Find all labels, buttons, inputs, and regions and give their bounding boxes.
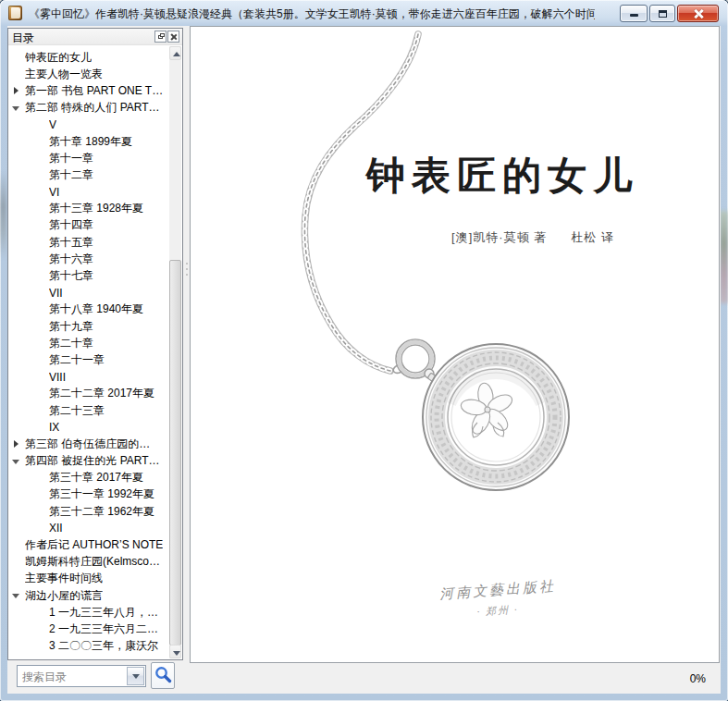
toc-item[interactable]: V [8,117,169,133]
scroll-down-button[interactable] [169,645,181,658]
toc-item-label: 2 一九三三年六月二… [49,621,158,637]
toc-item[interactable]: 主要人物一览表 [8,66,169,82]
toc-item[interactable]: 钟表匠的女儿 [8,49,169,66]
toc-item[interactable]: 第一部 书包 PART ONE T… [8,82,169,99]
toc-item[interactable]: 第十一章 [8,150,169,166]
toc-item[interactable]: 第十七章 [8,267,169,284]
window-title: 《雾中回忆》作者凯特·莫顿悬疑浪漫经典（套装共5册。文学女王凯特·莫顿，带你走进… [29,6,595,21]
toc-item-label: IX [49,421,59,434]
toc-item[interactable]: 第三十章 2017年夏 [8,470,169,486]
tree-expanded-icon[interactable] [12,457,21,466]
toc-item-label: 主要人物一览表 [25,67,103,82]
toc-item-label: V [49,118,56,131]
title-bar[interactable]: 《雾中回忆》作者凯特·莫顿悬疑浪漫经典（套装共5册。文学女王凯特·莫顿，带你走进… [0,0,728,26]
toc-item[interactable]: 第十六章 [8,251,169,267]
search-icon [152,663,174,688]
tree-collapsed-icon[interactable] [12,86,21,95]
toc-item[interactable]: 第十五章 [8,234,169,251]
toc-item[interactable]: 第二十一章 [8,351,169,368]
toc-scrollbar[interactable] [169,46,181,658]
toc-item[interactable]: 主要事件时间线 [8,571,169,587]
tree-indent-spacer [12,558,21,567]
toc-item[interactable]: 第十二章 [8,166,169,183]
tree-indent-spacer [12,53,21,62]
book-author: [澳]凯特·莫顿 著 [451,229,547,246]
toc-item[interactable]: 第十章 1899年夏 [8,133,169,150]
toc-item-label: 主要事件时间线 [25,571,103,586]
toc-item[interactable]: 第二十章 [8,335,169,351]
toc-item[interactable]: 第二十三章 [8,402,169,419]
toc-item-label: 第十九章 [49,319,93,335]
toc-item-label: 第十五章 [49,235,93,251]
toc-item-label: 第一部 书包 PART ONE T… [25,83,163,99]
toc-item[interactable]: 3 二〇〇三年，康沃尔 [8,638,169,655]
toc-item[interactable]: VI [8,184,169,201]
tree-expanded-icon[interactable] [12,591,21,600]
toc-panel-title: 目录 [12,31,34,46]
chevron-down-icon [173,651,180,656]
toc-item[interactable]: 湖边小屋的谎言 [8,587,169,604]
toc-item-label: VII [49,287,63,300]
toc-item-label: 第十六章 [49,252,93,267]
toc-item[interactable]: 第十四章 [8,217,169,234]
toc-item[interactable]: IX [8,419,169,436]
toc-item[interactable]: XII [8,520,169,536]
toc-item-label: 第二十三章 [49,403,105,419]
toc-item[interactable]: 第三十一章 1992年夏 [8,486,169,503]
toc-item[interactable]: 第三部 伯奇伍德庄园的… [8,436,169,452]
toc-item-label: 3 二〇〇三年，康沃尔 [49,638,158,654]
close-icon [694,9,703,18]
chevron-up-icon [173,52,180,56]
toc-item[interactable]: 第二部 特殊的人们 PART… [8,100,169,117]
toc-item[interactable]: VIII [8,369,169,386]
toc-item-label: XII [49,522,63,535]
splitter-grip-dot [186,263,188,264]
toc-item-label: 第十七章 [49,268,93,284]
toc-item[interactable]: 第二十二章 2017年夏 [8,386,169,402]
toc-item[interactable]: 凯姆斯科特庄园(Kelmsco… [8,554,169,571]
close-panel-button[interactable] [167,31,179,43]
search-placeholder: 搜索目录 [22,670,67,685]
toc-item[interactable]: 1 一九三三年八月，… [8,604,169,621]
toc-item[interactable]: 第十三章 1928年夏 [8,201,169,217]
tree-indent-spacer [12,541,21,550]
toc-item[interactable]: VII [8,285,169,301]
toc-item-label: 第十一章 [49,151,93,166]
toc-item[interactable]: 作者后记 AUTHOR’S NOTE [8,536,169,553]
toc-item-label: 第三十一章 1992年夏 [49,486,154,502]
book-byline: [澳]凯特·莫顿 著 杜松 译 [380,229,685,246]
toc-item-label: 第十二章 [49,167,93,183]
book-title: 钟表匠的女儿 [366,150,653,202]
toc-item-label: 第三部 伯奇伍德庄园的… [25,437,150,452]
reading-progress: 0% [690,672,706,685]
search-dropdown-button[interactable] [127,667,144,685]
toc-list: 钟表匠的女儿主要人物一览表第一部 书包 PART ONE T…第二部 特殊的人们… [8,46,169,658]
maximize-icon [659,10,667,18]
toc-item-label: VIII [49,371,66,384]
toc-item[interactable]: 第十九章 [8,318,169,335]
toc-item-label: 凯姆斯科特庄园(Kelmsco… [25,554,160,570]
toc-item-label: 第二部 特殊的人们 PART… [25,100,160,116]
toc-item[interactable]: 第四部 被捉住的光 PART… [8,453,169,470]
panel-splitter[interactable] [183,28,190,661]
maximize-button[interactable] [649,5,675,22]
scrollbar-thumb[interactable] [169,260,181,646]
tree-collapsed-icon[interactable] [12,439,21,449]
toc-item[interactable]: 2 一九三三年六月二… [8,621,169,637]
search-button[interactable] [151,662,175,689]
toc-item-label: 作者后记 AUTHOR’S NOTE [25,537,163,553]
toc-search-bar: 搜索目录 [7,661,190,694]
close-button[interactable] [677,5,719,22]
book-translator: 杜松 译 [571,229,614,246]
toc-item[interactable]: 第三十二章 1962年夏 [8,503,169,520]
toc-item-label: 第十四章 [49,217,93,233]
search-input[interactable]: 搜索目录 [17,665,146,687]
minimize-button[interactable] [620,5,648,22]
tree-indent-spacer [12,574,21,584]
book-page[interactable]: 钟表匠的女儿 [澳]凯特·莫顿 著 杜松 译 河南文藝出版社 · 郑州 · [190,26,720,663]
toc-item[interactable]: 第十八章 1940年夏 [8,301,169,318]
scroll-up-button[interactable] [169,46,181,60]
float-panel-button[interactable] [154,31,167,43]
tree-expanded-icon[interactable] [12,104,21,113]
frame-glass-smudge [720,211,728,303]
